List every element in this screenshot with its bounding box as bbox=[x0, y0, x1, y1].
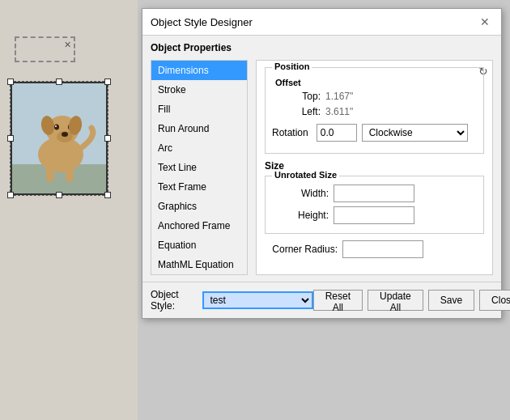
reset-all-button[interactable]: Reset All bbox=[313, 290, 363, 311]
position-group: Position Offset Top: 1.167" Left: 3.611" bbox=[265, 67, 484, 154]
position-group-label: Position bbox=[272, 62, 312, 71]
dog-image bbox=[12, 83, 108, 195]
object-properties-header: Object Properties bbox=[151, 42, 493, 53]
top-value: 1.167" bbox=[325, 91, 353, 102]
image-frame-outer[interactable] bbox=[10, 81, 108, 196]
nav-item-mathml-equation[interactable]: MathML Equation bbox=[151, 255, 247, 274]
nav-list: Dimensions Stroke Fill Run Around Arc Te… bbox=[151, 60, 248, 275]
nav-item-graphics[interactable]: Graphics bbox=[151, 197, 247, 216]
left-value: 3.611" bbox=[325, 106, 353, 117]
corner-radius-label: Corner Radius: bbox=[265, 244, 338, 255]
left-label: Left: bbox=[272, 106, 321, 117]
object-style-row: Object Style: test bbox=[151, 289, 313, 312]
offset-label: Offset bbox=[275, 78, 477, 87]
svg-rect-13 bbox=[66, 164, 74, 182]
svg-point-8 bbox=[55, 125, 57, 127]
dialog-title: Object Style Designer bbox=[151, 16, 253, 28]
image-frame-inner bbox=[11, 82, 108, 195]
nav-item-stroke[interactable]: Stroke bbox=[151, 80, 247, 100]
update-all-button[interactable]: Update All bbox=[368, 290, 423, 311]
svg-point-5 bbox=[62, 132, 68, 137]
action-buttons: Reset All Update All Save Close bbox=[313, 290, 510, 311]
handle-mid-left[interactable] bbox=[7, 135, 14, 142]
top-label: Top: bbox=[272, 91, 321, 102]
corner-radius-row: Corner Radius: bbox=[265, 240, 484, 258]
rotation-row: Rotation Clockwise Counter-Clockwise bbox=[272, 124, 477, 142]
nav-item-dimensions[interactable]: Dimensions bbox=[151, 61, 247, 80]
width-input[interactable] bbox=[334, 185, 414, 202]
dialog-body: Object Properties Dimensions Stroke Fill… bbox=[142, 36, 501, 282]
unrotated-size-group: Unrotated Size Width: Height: bbox=[265, 176, 484, 234]
unrotated-size-label: Unrotated Size bbox=[272, 170, 339, 180]
handle-top-mid[interactable] bbox=[56, 78, 62, 85]
handle-bot-mid[interactable] bbox=[56, 192, 62, 198]
handle-top-right[interactable] bbox=[104, 78, 111, 85]
handle-top-left[interactable] bbox=[7, 78, 14, 85]
canvas-area: ✕ bbox=[0, 0, 138, 420]
nav-item-run-around[interactable]: Run Around bbox=[151, 119, 247, 138]
close-dialog-button[interactable]: Close bbox=[479, 290, 510, 311]
dialog-titlebar: Object Style Designer ✕ bbox=[142, 9, 501, 36]
nav-item-text-line[interactable]: Text Line bbox=[151, 158, 247, 177]
small-box-x-mark: ✕ bbox=[64, 40, 71, 50]
rotation-input[interactable] bbox=[317, 124, 357, 142]
nav-item-anchored-frame[interactable]: Anchored Frame bbox=[151, 216, 247, 235]
bottom-bar: Object Style: test Reset All Update All … bbox=[142, 282, 501, 318]
svg-rect-12 bbox=[46, 164, 54, 182]
handle-mid-right[interactable] bbox=[104, 135, 111, 142]
dimensions-panel: ↻ Position Offset Top: 1.167" Left: 3.61… bbox=[256, 60, 493, 275]
height-label: Height: bbox=[272, 210, 329, 221]
height-input[interactable] bbox=[334, 206, 414, 224]
width-label: Width: bbox=[272, 188, 329, 199]
size-section: Size Unrotated Size Width: Height: bbox=[265, 160, 484, 258]
rotation-direction-select[interactable]: Clockwise Counter-Clockwise bbox=[362, 124, 468, 142]
offset-section: Offset Top: 1.167" Left: 3.611" bbox=[272, 78, 477, 117]
nav-item-arc[interactable]: Arc bbox=[151, 138, 247, 158]
corner-radius-input[interactable] bbox=[342, 240, 423, 258]
svg-point-6 bbox=[54, 125, 59, 130]
height-row: Height: bbox=[272, 206, 477, 224]
nav-item-text-frame[interactable]: Text Frame bbox=[151, 177, 247, 197]
top-row: Top: 1.167" bbox=[272, 91, 477, 102]
nav-item-equation[interactable]: Equation bbox=[151, 235, 247, 255]
save-button[interactable]: Save bbox=[428, 290, 474, 311]
left-row: Left: 3.611" bbox=[272, 106, 477, 117]
object-style-designer-dialog: Object Style Designer ✕ Object Propertie… bbox=[142, 8, 502, 319]
size-fields: Width: Height: bbox=[272, 185, 477, 224]
dialog-content: Dimensions Stroke Fill Run Around Arc Te… bbox=[151, 60, 493, 275]
handle-bot-right[interactable] bbox=[104, 192, 111, 198]
handle-bot-left[interactable] bbox=[7, 192, 14, 198]
object-style-select[interactable]: test bbox=[202, 291, 313, 309]
dialog-close-button[interactable]: ✕ bbox=[477, 14, 493, 30]
nav-item-fill[interactable]: Fill bbox=[151, 100, 247, 119]
width-row: Width: bbox=[272, 185, 477, 202]
small-frame-box: ✕ bbox=[15, 36, 75, 62]
rotation-label: Rotation bbox=[272, 127, 308, 138]
object-style-label: Object Style: bbox=[151, 289, 198, 312]
